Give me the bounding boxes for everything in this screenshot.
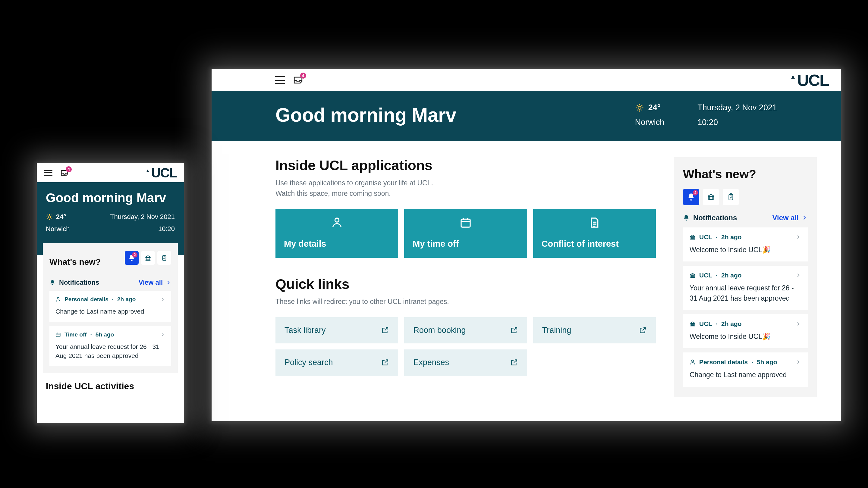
hero: Good morning Marv 24° Norwich Thursday, …	[212, 91, 841, 141]
notification-card[interactable]: UCL·2h ago Welcome to Inside UCL🎉	[683, 227, 808, 261]
notification-message: Change to Last name approved	[689, 370, 801, 380]
apps-heading: Inside UCL applications	[276, 157, 656, 173]
whatsnew-tabs: 4	[683, 189, 808, 205]
notification-card[interactable]: Personal details·2h ago Change to Last n…	[50, 291, 171, 321]
institution-icon	[145, 255, 151, 261]
external-link-icon	[381, 326, 389, 334]
tile-conflict-of-interest[interactable]: Conflict of interest	[533, 209, 656, 258]
greeting: Good morning Marv	[46, 191, 175, 205]
notification-card[interactable]: Personal details·5h ago Change to Last n…	[683, 352, 808, 387]
external-link-icon	[639, 326, 647, 334]
ql-expenses[interactable]: Expenses	[404, 350, 527, 376]
brand-logo: ▲ UCL	[146, 167, 177, 178]
inbox-badge: 4	[300, 73, 306, 78]
notification-card[interactable]: UCL·2h ago Your annual leave request for…	[683, 266, 808, 310]
calendar-icon	[56, 332, 61, 337]
bell-outline-icon	[50, 280, 56, 286]
tab-notifications[interactable]: 4	[683, 189, 699, 205]
document-icon	[541, 217, 647, 229]
chevron-right-icon	[166, 280, 171, 285]
tab-institution[interactable]	[141, 251, 155, 265]
menu-button[interactable]	[275, 76, 285, 84]
notification-message: Your annual leave request for 26 - 31 Au…	[689, 283, 801, 303]
notification-card[interactable]: UCL·2h ago Welcome to Inside UCL🎉	[683, 314, 808, 348]
menu-button[interactable]	[44, 170, 53, 176]
chevron-right-icon	[802, 215, 808, 221]
view-all-link[interactable]: View all	[138, 279, 171, 287]
notifications-label: Notifications	[59, 279, 99, 287]
location: Norwich	[635, 118, 664, 127]
inbox-badge: 4	[66, 166, 72, 172]
notification-message: Your annual leave request for 26 - 31 Au…	[56, 342, 165, 361]
tab-tasks[interactable]	[723, 189, 739, 205]
institution-icon	[689, 272, 695, 278]
logo-mark-icon: ▲	[146, 168, 150, 173]
sun-icon	[46, 213, 53, 221]
desktop-window: 4 ▲ UCL Good morning Marv 24° Norwich Th…	[212, 69, 841, 421]
topbar-mobile: 4 ▲ UCL	[37, 163, 184, 182]
sun-icon	[635, 103, 644, 112]
ql-training[interactable]: Training	[533, 317, 656, 344]
ql-task-library[interactable]: Task library	[276, 317, 398, 344]
person-icon	[56, 297, 61, 302]
tile-my-time-off[interactable]: My time off	[404, 209, 527, 258]
temperature: 24°	[648, 103, 661, 112]
date: Thursday, 2 Nov 2021	[110, 213, 175, 221]
quicklinks-heading: Quick links	[276, 276, 656, 292]
whatsnew-heading: What's new?	[50, 257, 101, 267]
clipboard-check-icon	[161, 255, 167, 261]
external-link-icon	[381, 358, 389, 366]
hero-mobile: Good morning Marv 24° Norwich Thursday, …	[37, 182, 184, 243]
external-link-icon	[510, 358, 518, 366]
chevron-right-icon	[796, 321, 801, 327]
apps-subtitle: Use these applications to organise your …	[276, 178, 656, 198]
external-link-icon	[510, 326, 518, 334]
quicklinks-subtitle: These links will redirect you to other U…	[276, 296, 656, 307]
notification-message: Welcome to Inside UCL🎉	[689, 332, 801, 341]
calendar-icon	[412, 217, 518, 229]
tab-notifications[interactable]: 2	[125, 251, 138, 265]
topbar: 4 ▲ UCL	[212, 69, 841, 91]
notification-message: Change to Last name approved	[56, 307, 165, 316]
person-icon	[689, 359, 695, 365]
chevron-right-icon	[796, 272, 801, 278]
notifications-badge: 2	[132, 252, 137, 258]
chevron-right-icon	[796, 359, 801, 365]
notification-card[interactable]: Time off·5h ago Your annual leave reques…	[50, 326, 171, 366]
inbox-button[interactable]: 4	[293, 75, 303, 85]
bell-outline-icon	[683, 215, 689, 221]
tile-my-details[interactable]: My details	[276, 209, 398, 258]
whats-new-panel: What's new? 4 Notifications	[674, 157, 817, 397]
logo-mark-icon: ▲	[790, 73, 795, 79]
main-column: Inside UCL applications Use these applic…	[276, 157, 656, 397]
tab-institution[interactable]	[703, 189, 719, 205]
ql-policy-search[interactable]: Policy search	[276, 350, 398, 376]
time: 10:20	[698, 118, 777, 127]
mobile-window: 4 ▲ UCL Good morning Marv 24° Norwich Th…	[37, 163, 184, 423]
ql-room-booking[interactable]: Room booking	[404, 317, 527, 344]
date: Thursday, 2 Nov 2021	[698, 103, 777, 112]
brand-logo: ▲ UCL	[790, 73, 829, 87]
chevron-right-icon	[160, 297, 165, 302]
location: Norwich	[46, 225, 70, 233]
notifications-label: Notifications	[693, 214, 737, 222]
temperature: 24°	[56, 213, 66, 221]
inbox-button[interactable]: 4	[60, 169, 69, 177]
clipboard-check-icon	[727, 193, 735, 201]
person-icon	[284, 217, 390, 229]
view-all-link[interactable]: View all	[772, 214, 808, 222]
activities-heading: Inside UCL activities	[37, 373, 184, 391]
notification-message: Welcome to Inside UCL🎉	[689, 245, 801, 255]
app-tiles: My details My time off Conflict of inter…	[276, 209, 656, 258]
institution-icon	[689, 321, 695, 327]
chevron-right-icon	[796, 234, 801, 240]
quicklinks-grid: Task library Room booking Training Polic…	[276, 317, 656, 376]
tab-tasks[interactable]	[157, 251, 171, 265]
institution-icon	[689, 234, 695, 240]
notifications-badge: 4	[692, 190, 698, 195]
time: 10:20	[110, 225, 175, 233]
chevron-right-icon	[160, 332, 165, 337]
greeting: Good morning Marv	[276, 104, 456, 126]
whatsnew-heading: What's new?	[683, 167, 808, 181]
institution-icon	[707, 193, 715, 201]
